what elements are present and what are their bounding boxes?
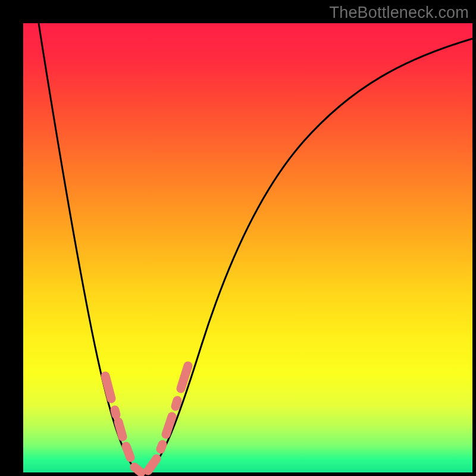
- marker-dash: [134, 467, 141, 472]
- marker-dash: [126, 446, 130, 458]
- marker-dash: [176, 400, 177, 406]
- marker-dash: [105, 376, 111, 399]
- chart-svg: [23, 23, 472, 472]
- marker-dashes: [105, 366, 188, 472]
- marker-dash: [118, 422, 123, 437]
- marker-dash: [166, 416, 172, 434]
- marker-dash: [148, 459, 156, 471]
- plot-area: [23, 23, 472, 472]
- watermark-text: TheBottleneck.com: [329, 4, 469, 22]
- marker-dash: [181, 366, 188, 389]
- marker-dash: [161, 444, 162, 449]
- marker-dash: [115, 410, 116, 415]
- chart-frame: TheBottleneck.com: [0, 0, 476, 476]
- bottleneck-curve: [39, 23, 472, 474]
